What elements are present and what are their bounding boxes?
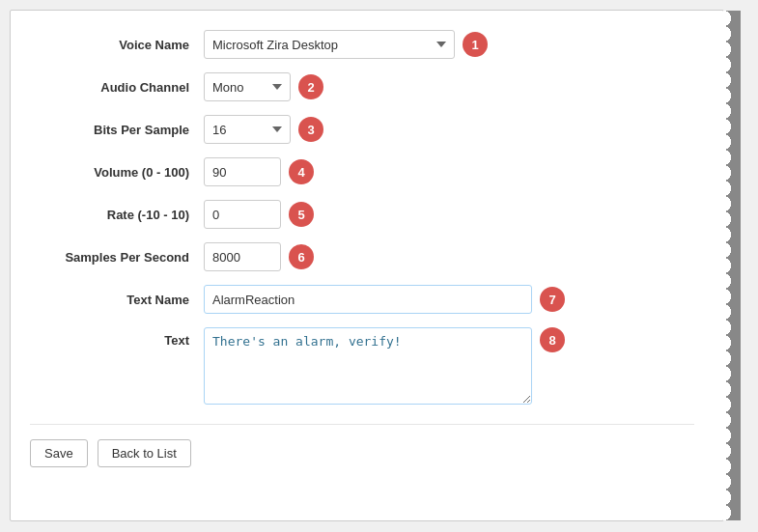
voice-name-select[interactable]: Microsoft Zira Desktop Microsoft David D… — [204, 30, 455, 59]
badge-2: 2 — [298, 74, 323, 99]
bits-per-sample-row: Bits Per Sample 8 16 32 3 — [30, 115, 694, 144]
save-button[interactable]: Save — [30, 439, 88, 467]
volume-label: Volume (0 - 100) — [30, 165, 204, 180]
text-control: There's an alarm, verify! 8 — [204, 327, 565, 405]
badge-1: 1 — [463, 32, 488, 57]
button-row: Save Back to List — [30, 424, 694, 467]
badge-8: 8 — [540, 327, 565, 352]
voice-name-control: Microsoft Zira Desktop Microsoft David D… — [204, 30, 488, 59]
samples-per-second-row: Samples Per Second 6 — [30, 242, 694, 271]
voice-name-label: Voice Name — [30, 38, 204, 52]
samples-per-second-label: Samples Per Second — [30, 250, 204, 265]
audio-channel-select[interactable]: Mono Stereo — [204, 72, 291, 101]
audio-channel-control: Mono Stereo 2 — [204, 72, 323, 101]
badge-4: 4 — [289, 159, 314, 184]
rate-input[interactable] — [204, 200, 281, 229]
badge-5: 5 — [289, 202, 314, 227]
rate-control: 5 — [204, 200, 314, 229]
badge-3: 3 — [298, 117, 323, 142]
samples-per-second-input[interactable] — [204, 242, 281, 271]
rate-label: Rate (-10 - 10) — [30, 208, 204, 222]
text-name-row: Text Name 7 — [30, 285, 694, 314]
text-textarea[interactable]: There's an alarm, verify! — [204, 327, 532, 405]
bits-per-sample-control: 8 16 32 3 — [204, 115, 323, 144]
text-name-label: Text Name — [30, 293, 204, 307]
text-name-control: 7 — [204, 285, 565, 314]
text-row: Text There's an alarm, verify! 8 — [30, 327, 694, 405]
audio-channel-row: Audio Channel Mono Stereo 2 — [30, 72, 694, 101]
form-container: Voice Name Microsoft Zira Desktop Micros… — [10, 10, 724, 521]
text-label: Text — [30, 327, 204, 348]
volume-row: Volume (0 - 100) 4 — [30, 157, 694, 186]
back-to-list-button[interactable]: Back to List — [98, 439, 191, 467]
volume-input[interactable] — [204, 157, 281, 186]
rate-row: Rate (-10 - 10) 5 — [30, 200, 694, 229]
bits-per-sample-label: Bits Per Sample — [30, 123, 204, 137]
audio-channel-label: Audio Channel — [30, 80, 204, 95]
text-name-input[interactable] — [204, 285, 532, 314]
volume-control: 4 — [204, 157, 314, 186]
bits-per-sample-select[interactable]: 8 16 32 — [204, 115, 291, 144]
badge-6: 6 — [289, 244, 314, 269]
voice-name-row: Voice Name Microsoft Zira Desktop Micros… — [30, 30, 694, 59]
samples-per-second-control: 6 — [204, 242, 314, 271]
badge-7: 7 — [540, 287, 565, 312]
